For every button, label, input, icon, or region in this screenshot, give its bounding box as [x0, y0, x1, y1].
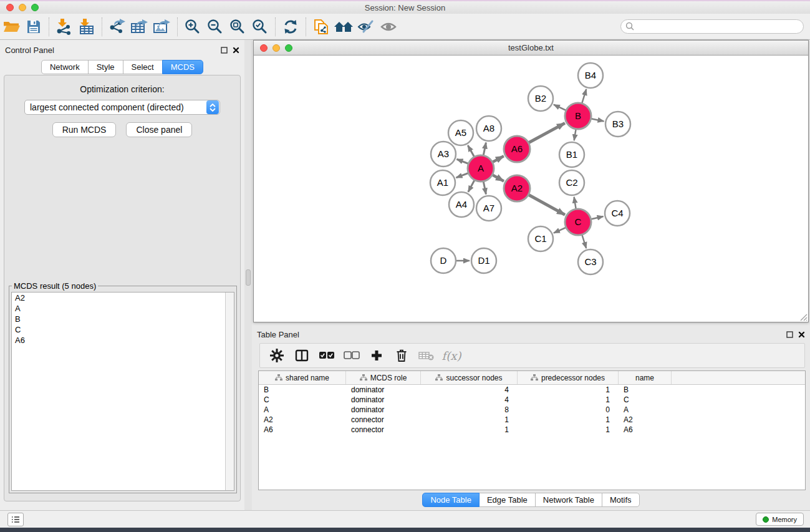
column-header-MCDS-role[interactable]: MCDS role	[346, 371, 421, 384]
cell-MCDS-role[interactable]: dominator	[346, 395, 421, 404]
run-mcds-button[interactable]: Run MCDS	[52, 122, 117, 137]
zoom-in-icon[interactable]	[181, 16, 204, 37]
graph-node-B4[interactable]: B4	[578, 63, 603, 88]
save-session-icon[interactable]	[22, 16, 45, 37]
cell-predecessor-nodes[interactable]: 1	[518, 385, 619, 394]
cell-name[interactable]: A6	[619, 425, 672, 434]
column-header-successor-nodes[interactable]: successor nodes	[421, 371, 518, 384]
copy-documents-icon[interactable]	[310, 16, 332, 37]
table-row[interactable]: Cdominator41C	[259, 395, 805, 405]
graph-node-D1[interactable]: D1	[471, 248, 496, 273]
graph-node-C4[interactable]: C4	[605, 201, 630, 226]
graph-node-B1[interactable]: B1	[559, 142, 584, 167]
task-history-button[interactable]	[7, 513, 24, 526]
float-panel-icon[interactable]	[221, 47, 228, 54]
result-scrollbar[interactable]	[225, 293, 234, 490]
graph-node-C3[interactable]: C3	[578, 249, 603, 274]
import-network-icon[interactable]	[53, 16, 75, 37]
cell-shared-name[interactable]: C	[259, 395, 346, 404]
search-input[interactable]	[620, 19, 804, 34]
refresh-icon[interactable]	[279, 16, 302, 37]
cell-name[interactable]: B	[619, 385, 672, 394]
cell-successor-nodes[interactable]: 4	[421, 385, 518, 394]
split-columns-icon[interactable]	[291, 346, 312, 365]
graph-node-D[interactable]: D	[431, 248, 456, 273]
column-header-shared-name[interactable]: shared name	[259, 371, 346, 384]
criterion-dropdown[interactable]: largest connected component (directed)	[24, 100, 220, 115]
cell-successor-nodes[interactable]: 1	[421, 415, 518, 424]
delete-column-icon[interactable]	[391, 346, 412, 365]
deselect-all-columns-icon[interactable]	[341, 346, 362, 365]
graph-node-A8[interactable]: A8	[476, 116, 501, 141]
cell-predecessor-nodes[interactable]: 0	[518, 405, 619, 414]
cell-shared-name[interactable]: A2	[259, 415, 346, 424]
add-column-icon[interactable]	[366, 346, 387, 365]
cell-name[interactable]: A2	[619, 415, 672, 424]
tab-network[interactable]: Network	[41, 60, 89, 74]
column-header-name[interactable]: name	[619, 371, 672, 384]
graph-node-A4[interactable]: A4	[449, 192, 474, 217]
tab-motifs[interactable]: Motifs	[602, 493, 640, 507]
mcds-result-item[interactable]: B	[12, 314, 234, 324]
mcds-result-item[interactable]: C	[12, 324, 234, 335]
export-table-icon[interactable]	[128, 16, 151, 37]
close-table-panel-icon[interactable]	[798, 331, 805, 338]
graph-node-C[interactable]: C	[565, 209, 591, 235]
table-row[interactable]: A6connector11A6	[259, 425, 805, 435]
cell-MCDS-role[interactable]: connector	[346, 425, 421, 434]
cell-shared-name[interactable]: A6	[259, 425, 346, 434]
cell-name[interactable]: A	[619, 405, 672, 414]
graph-node-A[interactable]: A	[468, 155, 494, 181]
splitter-grip[interactable]	[246, 269, 251, 286]
graph-node-A6[interactable]: A6	[504, 136, 530, 162]
graph-node-C2[interactable]: C2	[559, 170, 584, 195]
show-all-networks-icon[interactable]	[332, 16, 355, 37]
node-table[interactable]: shared nameMCDS rolesuccessor nodesprede…	[258, 370, 806, 490]
cell-successor-nodes[interactable]: 1	[421, 425, 518, 434]
graph-node-A5[interactable]: A5	[448, 120, 473, 145]
export-image-icon[interactable]	[151, 16, 173, 37]
table-row[interactable]: Bdominator41B	[259, 385, 805, 395]
zoom-selected-icon[interactable]	[249, 16, 271, 37]
cell-shared-name[interactable]: B	[259, 385, 346, 394]
graph-node-B[interactable]: B	[565, 103, 591, 129]
cell-MCDS-role[interactable]: connector	[346, 415, 421, 424]
close-panel-icon[interactable]	[233, 47, 239, 54]
tab-network-table[interactable]: Network Table	[535, 493, 602, 507]
zoom-fit-icon[interactable]	[226, 16, 249, 37]
cell-shared-name[interactable]: A	[259, 405, 346, 414]
graph-node-C1[interactable]: C1	[528, 226, 553, 251]
select-all-columns-icon[interactable]	[316, 346, 337, 365]
tab-select[interactable]: Select	[123, 60, 163, 74]
close-panel-button[interactable]: Close panel	[126, 122, 192, 137]
table-settings-icon[interactable]	[266, 346, 287, 365]
import-table-icon[interactable]	[75, 16, 98, 37]
table-row[interactable]: Adominator80A	[259, 405, 805, 415]
mcds-result-item[interactable]: A	[12, 303, 234, 314]
tab-edge-table[interactable]: Edge Table	[479, 493, 536, 507]
table-row[interactable]: A2connector11A2	[259, 415, 805, 425]
mcds-result-item[interactable]: A2	[12, 293, 234, 303]
delete-table-icon[interactable]	[416, 346, 437, 365]
network-window-titlebar[interactable]: testGlobe.txt	[254, 41, 808, 56]
cell-successor-nodes[interactable]: 8	[421, 405, 518, 414]
column-header-predecessor-nodes[interactable]: predecessor nodes	[518, 371, 619, 384]
tab-style[interactable]: Style	[88, 60, 123, 74]
export-network-icon[interactable]	[106, 16, 128, 37]
graph-node-A1[interactable]: A1	[430, 170, 455, 195]
open-session-icon[interactable]	[0, 16, 22, 37]
cell-successor-nodes[interactable]: 4	[421, 395, 518, 404]
float-table-panel-icon[interactable]	[786, 331, 793, 338]
window-resize-handle[interactable]	[799, 312, 808, 321]
panel-splitter[interactable]	[244, 40, 252, 510]
network-canvas[interactable]: AA1A2A3A4A5A6A7A8BB1B2B3B4CC1C2C3C4DD1	[254, 56, 808, 322]
graph-node-A7[interactable]: A7	[476, 196, 501, 221]
graph-node-A2[interactable]: A2	[504, 175, 530, 201]
memory-button[interactable]: Memory	[756, 513, 804, 526]
mcds-result-list[interactable]: A2ABCA6	[11, 292, 234, 491]
cell-predecessor-nodes[interactable]: 1	[518, 425, 619, 434]
cell-predecessor-nodes[interactable]: 1	[518, 415, 619, 424]
hide-graphics-details-icon[interactable]	[355, 16, 377, 37]
tab-mcds[interactable]: MCDS	[162, 60, 203, 74]
tab-node-table[interactable]: Node Table	[422, 493, 480, 507]
